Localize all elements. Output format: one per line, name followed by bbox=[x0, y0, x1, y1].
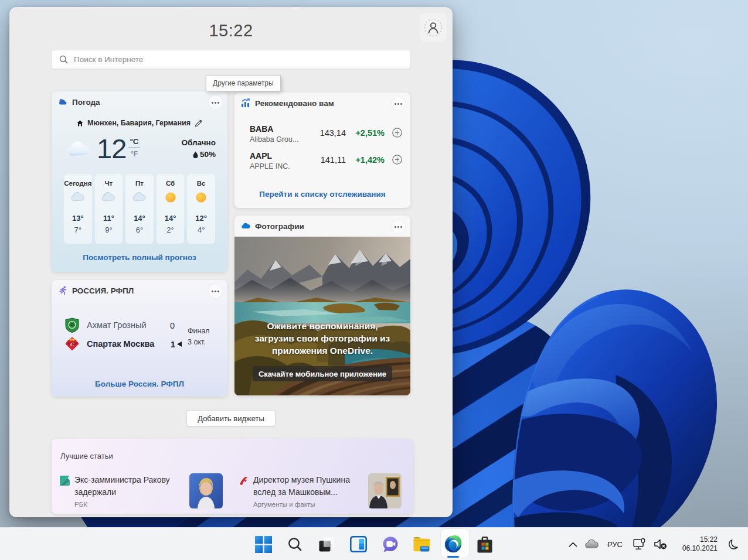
windows-start-icon bbox=[255, 536, 272, 553]
widgets-button[interactable] bbox=[342, 528, 374, 560]
unit-toggle[interactable]: °C °F bbox=[127, 137, 141, 158]
message-line: загрузив свои фотографии из bbox=[240, 332, 404, 344]
stocks-widget[interactable]: Рекомендовано вам ••• BABA Alibaba Grou.… bbox=[234, 93, 410, 208]
stock-symbol: BABA bbox=[250, 124, 273, 134]
weather-more-button[interactable]: ••• bbox=[208, 95, 223, 110]
onedrive-tray-button[interactable] bbox=[582, 532, 601, 556]
partly-cloudy-icon bbox=[71, 192, 85, 202]
weather-widget[interactable]: Погода ••• Мюнхен, Бавария, Германия bbox=[52, 91, 227, 272]
sports-runner-icon bbox=[58, 286, 67, 295]
forecast-high: 11° bbox=[95, 214, 123, 223]
language-indicator[interactable]: РУС bbox=[601, 532, 628, 556]
sports-more-button[interactable]: ••• bbox=[208, 284, 223, 298]
search-button[interactable] bbox=[279, 528, 311, 560]
focus-assist-button[interactable] bbox=[718, 532, 748, 556]
stock-row-aapl[interactable]: AAPL APPLE INC. 141,11 +1,42% bbox=[250, 151, 402, 171]
avatar-placeholder-icon bbox=[423, 18, 443, 37]
onedrive-cloud-icon bbox=[241, 221, 250, 231]
sports-more-link[interactable]: Больше Россия. РФПЛ bbox=[52, 380, 227, 388]
article-thumbnail bbox=[368, 473, 402, 508]
message-line: приложения OneDrive. bbox=[240, 344, 404, 357]
edge-button[interactable] bbox=[437, 528, 469, 560]
match-home-row[interactable]: Ахмат Грозный bbox=[64, 317, 147, 333]
forecast-cell[interactable]: Пт14°6° bbox=[125, 174, 154, 244]
partly-cloudy-icon bbox=[132, 192, 147, 202]
photos-header: Фотографии ••• bbox=[234, 216, 410, 237]
profile-button[interactable] bbox=[420, 13, 447, 41]
search-input[interactable] bbox=[74, 55, 403, 64]
task-view-button[interactable] bbox=[311, 528, 342, 560]
watchlist-add-icon[interactable] bbox=[392, 128, 402, 138]
forecast-day: Сб bbox=[157, 180, 185, 187]
search-icon bbox=[59, 55, 68, 64]
weather-location: Мюнхен, Бавария, Германия bbox=[87, 119, 191, 127]
fahrenheit-label[interactable]: °F bbox=[127, 150, 141, 158]
sports-widget[interactable]: РОССИЯ. РФПЛ ••• Ахмат Грозный 0 C bbox=[52, 280, 227, 397]
file-explorer-icon bbox=[413, 536, 431, 552]
forecast-cell[interactable]: Сегодня13°7° bbox=[64, 174, 92, 244]
start-button[interactable] bbox=[247, 528, 279, 560]
sports-header: РОССИЯ. РФПЛ ••• bbox=[52, 280, 227, 301]
unit-divider bbox=[128, 148, 140, 148]
volume-muted-icon bbox=[654, 538, 668, 550]
moon-icon bbox=[727, 539, 739, 550]
akhmat-grozny-logo bbox=[64, 317, 80, 333]
volume-tray-button[interactable] bbox=[651, 532, 671, 556]
forecast-icon-wrap bbox=[195, 192, 207, 203]
forecast-high: 12° bbox=[187, 214, 215, 223]
web-search-bar[interactable] bbox=[52, 50, 410, 69]
widgets-icon bbox=[350, 536, 367, 552]
stock-change: +1,42% bbox=[355, 155, 385, 165]
watchlist-add-icon[interactable] bbox=[392, 155, 402, 165]
file-explorer-button[interactable] bbox=[406, 528, 437, 560]
stock-row-baba[interactable]: BABA Alibaba Grou... 143,14 +2,51% bbox=[250, 124, 402, 144]
forecast-day: Сегодня bbox=[64, 180, 92, 187]
home-team-score: 0 bbox=[170, 321, 175, 330]
store-button[interactable] bbox=[469, 528, 501, 560]
stock-price: 143,14 bbox=[320, 128, 346, 138]
article-source: РБК bbox=[74, 501, 87, 508]
celsius-label[interactable]: °C bbox=[127, 137, 141, 146]
photos-widget[interactable]: Фотографии ••• bbox=[234, 216, 410, 395]
news-article-2[interactable]: Директор музея Пушкина вслед за Машковым… bbox=[239, 474, 409, 510]
photos-title: Фотографии bbox=[255, 222, 304, 231]
forecast-icon-wrap bbox=[101, 192, 115, 202]
weather-forecast-link[interactable]: Посмотреть полный прогноз bbox=[52, 253, 227, 262]
get-mobile-app-button[interactable]: Скачайте мобильное приложение bbox=[253, 366, 392, 381]
taskbar: РУС bbox=[0, 527, 748, 560]
forecast-cell[interactable]: Чт11°9° bbox=[95, 174, 123, 244]
add-widgets-button[interactable]: Добавить виджеты bbox=[186, 410, 276, 426]
network-tray-button[interactable] bbox=[628, 532, 651, 556]
news-article-1[interactable]: Экс-замминистра Ракову задержали РБК bbox=[60, 474, 230, 510]
winner-indicator-icon bbox=[177, 342, 182, 347]
panel-clock: 15:22 bbox=[9, 21, 453, 40]
stock-change: +2,51% bbox=[355, 128, 385, 138]
rbc-logo bbox=[60, 476, 70, 486]
stocks-more-button[interactable]: ••• bbox=[391, 96, 406, 111]
photos-more-button[interactable]: ••• bbox=[391, 219, 406, 234]
stocks-chart-icon bbox=[241, 98, 250, 108]
tray-overflow-button[interactable] bbox=[564, 532, 582, 556]
weather-current: 12 °C °F Облачно 50% bbox=[66, 137, 216, 162]
onedrive-tray-icon bbox=[585, 539, 599, 549]
photos-promo-message: Оживите воспоминания, загрузив свои фото… bbox=[240, 320, 404, 357]
tray-clock[interactable]: 15:22 06.10.2021 bbox=[671, 535, 718, 553]
widgets-panel: 15:22 Другие параметры Пого bbox=[9, 7, 453, 517]
top-stories-header: Лучшие статьи bbox=[60, 452, 113, 460]
weather-location-row[interactable]: Мюнхен, Бавария, Германия bbox=[52, 119, 227, 127]
chevron-up-icon bbox=[569, 542, 577, 547]
forecast-day: Чт bbox=[95, 180, 123, 187]
title-line: вслед за Машковым... bbox=[253, 486, 370, 498]
forecast-cell[interactable]: Сб14°2° bbox=[157, 174, 185, 244]
more-options-tooltip: Другие параметры bbox=[206, 75, 281, 91]
match-away-row[interactable]: C Спартак Москва bbox=[64, 336, 154, 351]
stocks-watchlist-link[interactable]: Перейти к списку отслеживания bbox=[234, 190, 410, 199]
spartak-moscow-logo: C bbox=[64, 336, 80, 351]
tray-time: 15:22 bbox=[671, 535, 718, 544]
forecast-cell[interactable]: Вс12°4° bbox=[187, 174, 215, 244]
chat-button[interactable] bbox=[374, 528, 406, 560]
edge-running-indicator bbox=[447, 556, 459, 558]
edit-pencil-icon[interactable] bbox=[195, 119, 202, 127]
article-thumbnail bbox=[189, 473, 223, 508]
match-status: Финал bbox=[188, 327, 210, 335]
